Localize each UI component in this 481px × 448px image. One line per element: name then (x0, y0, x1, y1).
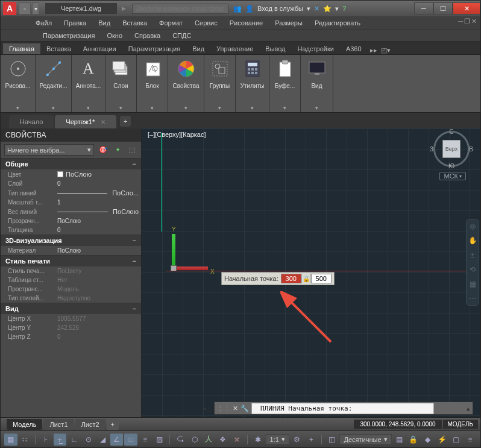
row-ltscale[interactable]: Масштаб т...1 (1, 198, 141, 207)
space-toggle[interactable]: МОДЕЛЬ (443, 420, 478, 429)
viewcube-north[interactable]: С (449, 128, 453, 135)
add-layout-button[interactable]: + (107, 419, 119, 430)
mdi-close-icon[interactable]: ✕ (471, 17, 477, 25)
infocenter-icon[interactable]: 👥 (233, 5, 242, 13)
row-lineweight[interactable]: Вес линийПоСлою (1, 207, 141, 216)
ribbon-collapse-icon[interactable]: ◰▾ (381, 46, 391, 54)
help-dropdown-icon[interactable]: ▾ (335, 5, 339, 13)
tab-drawing[interactable]: Чертеж1*✕ (55, 115, 116, 128)
row-linetype[interactable]: Тип линийПоСло... (1, 188, 141, 198)
ribbon-tab-manage[interactable]: Управление (210, 43, 259, 54)
dynamic-input-x[interactable]: 300 (281, 274, 301, 283)
otrack-icon[interactable]: ∠ (110, 434, 124, 446)
app-logo[interactable]: A (3, 2, 16, 15)
snap-mode-icon[interactable]: ∷ (19, 434, 32, 446)
nav-showmotion-icon[interactable]: ▦ (468, 279, 477, 289)
viewcube-west[interactable]: З (430, 146, 433, 153)
maximize-button[interactable]: ☐ (433, 2, 453, 14)
panel-properties-arrow-icon[interactable]: ▾ (184, 105, 187, 112)
customize-cmdline-icon[interactable]: 🔧 (241, 405, 249, 412)
ortho-icon[interactable]: ∟ (68, 434, 81, 446)
qat-dropdown-icon[interactable]: ▾ (32, 2, 39, 14)
menu-spds[interactable]: СПДС (166, 31, 197, 40)
tab-model[interactable]: Модель (7, 419, 42, 430)
mdi-restore-icon[interactable]: ❐ (464, 17, 470, 25)
grid-display-icon[interactable]: ▦ (4, 434, 17, 446)
nav-more-icon[interactable]: ⋯ (468, 294, 477, 303)
menu-insert[interactable]: Вставка (116, 18, 153, 28)
panel-groups-arrow-icon[interactable]: ▾ (218, 105, 221, 112)
panel-block-arrow-icon[interactable]: ▾ (151, 105, 154, 112)
section-general[interactable]: Общие− (1, 158, 141, 169)
osnap-3d-icon[interactable]: ⬡ (188, 434, 201, 446)
menu-help[interactable]: Справка (128, 31, 166, 40)
row-color[interactable]: ЦветПоСлою (1, 169, 141, 179)
annotation-visibility-icon[interactable]: ✱ (251, 434, 265, 446)
panel-modify-arrow-icon[interactable]: ▾ (52, 105, 55, 112)
selection-filter-icon[interactable]: ❖ (216, 434, 230, 446)
ribbon-tab-a360[interactable]: A360 (340, 43, 368, 54)
viewcube-south[interactable]: Ю (448, 163, 454, 169)
sign-in-icon[interactable]: 👤 (245, 5, 254, 13)
dyn-ucs-icon[interactable]: 人 (202, 434, 215, 446)
minimize-button[interactable]: ─ (414, 2, 433, 14)
nav-zoom-icon[interactable]: ± (468, 250, 477, 260)
menu-edit[interactable]: Правка (58, 18, 92, 28)
row-transparency[interactable]: Прозрачн...ПоСлою (1, 216, 141, 226)
ucs-label[interactable]: МСК▾ (439, 172, 466, 180)
mdi-minimize-icon[interactable]: ─ (458, 17, 463, 25)
menu-tools[interactable]: Сервис (189, 18, 224, 28)
search-input[interactable] (132, 4, 228, 14)
title-arrow-icon[interactable]: ▶ (122, 5, 126, 11)
quick-properties-icon[interactable]: ▤ (393, 434, 406, 446)
panel-layers[interactable]: Слои ▾ (105, 55, 137, 112)
drag-handle-icon[interactable]: ⋮⋮ (217, 405, 230, 412)
customize-status-icon[interactable]: ≡ (464, 434, 477, 446)
annotation-scale-dropdown[interactable]: 1:1▾ (266, 434, 289, 444)
viewcube[interactable]: Верх С Ю В З (433, 131, 470, 167)
panel-layers-arrow-icon[interactable]: ▾ (119, 105, 122, 112)
lock-ui-icon[interactable]: 🔒 (407, 434, 420, 446)
close-cmdline-icon[interactable]: ✕ (233, 405, 238, 412)
dynamic-input-y[interactable]: 500 (311, 274, 332, 283)
quick-select-icon[interactable]: ✦ (112, 145, 123, 156)
tab-layout1[interactable]: Лист1 (43, 419, 74, 430)
viewport-label[interactable]: [–][Сверху][Каркас] (148, 131, 206, 138)
infer-constraints-icon[interactable]: ⊦ (39, 434, 52, 446)
row-layer[interactable]: Слой0 (1, 179, 141, 188)
tab-close-icon[interactable]: ✕ (101, 119, 105, 125)
gizmo-icon[interactable]: ⤱ (230, 434, 244, 446)
section-view[interactable]: Вид− (1, 303, 141, 314)
snap-dd-icon[interactable]: ◫ (325, 434, 339, 446)
nav-wheel-icon[interactable]: ◎ (468, 221, 477, 231)
ribbon-tab-parametric[interactable]: Параметризация (122, 43, 186, 54)
panel-annotate-arrow-icon[interactable]: ▾ (87, 105, 90, 112)
isolate-objects-icon[interactable]: ◆ (421, 434, 435, 446)
transparency-icon[interactable]: ▨ (153, 434, 166, 446)
tab-start[interactable]: Начало (9, 115, 54, 128)
menu-format[interactable]: Формат (153, 18, 189, 28)
selection-dropdown[interactable]: Ничего не выбра... ▾ (4, 144, 94, 156)
lock-icon[interactable]: 🔒 (301, 274, 311, 283)
panel-modify[interactable]: Редакти... ▾ (36, 55, 72, 112)
ribbon-tab-annotate[interactable]: Аннотации (77, 43, 122, 54)
ribbon-tab-output[interactable]: Вывод (259, 43, 291, 54)
panel-utilities-arrow-icon[interactable]: ▾ (251, 105, 254, 112)
menu-window[interactable]: Окно (101, 31, 128, 40)
panel-utilities[interactable]: Утилиты ▾ (236, 55, 269, 112)
ribbon-overflow-icon[interactable]: ▸▸ (370, 46, 377, 54)
featured-apps-icon[interactable]: ⭐ (323, 5, 332, 13)
menu-view[interactable]: Вид (92, 18, 116, 28)
units-dropdown[interactable]: Десятичные▾ (339, 434, 391, 444)
ribbon-tab-addins[interactable]: Надстройки (292, 43, 340, 54)
ribbon-tab-view[interactable]: Вид (186, 43, 210, 54)
panel-clipboard-arrow-icon[interactable]: ▾ (283, 105, 286, 112)
hardware-accel-icon[interactable]: ⚡ (435, 434, 448, 446)
new-tab-button[interactable]: + (120, 116, 131, 127)
menu-dimension[interactable]: Размеры (269, 18, 309, 28)
panel-annotate[interactable]: A Аннота... ▾ (72, 55, 105, 112)
section-3dviz[interactable]: 3D-визуализация− (1, 235, 141, 246)
polar-tracking-icon[interactable]: ⊙ (82, 434, 95, 446)
select-objects-icon[interactable]: ⬚ (127, 145, 137, 156)
row-material[interactable]: МатериалПоСлою (1, 246, 141, 255)
